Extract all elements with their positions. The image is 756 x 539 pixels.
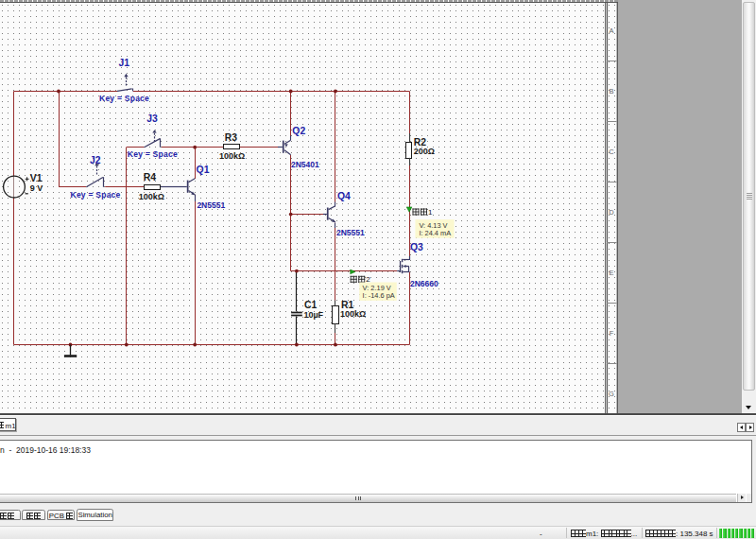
svg-text:100kΩ: 100kΩ: [340, 309, 366, 319]
svg-text:2N5551: 2N5551: [336, 228, 365, 237]
svg-text:200Ω: 200Ω: [414, 147, 435, 156]
svg-text:I: 24.4 mA: I: 24.4 mA: [419, 229, 451, 237]
svg-text:Q2: Q2: [292, 126, 305, 136]
svg-text:9 V: 9 V: [30, 183, 43, 193]
svg-text:2N5401: 2N5401: [291, 160, 319, 169]
svg-text:Key = Space: Key = Space: [71, 190, 121, 200]
svg-text:Key = Space: Key = Space: [128, 149, 178, 159]
svg-text:2N5551: 2N5551: [197, 200, 225, 210]
svg-text:2N6660: 2N6660: [410, 279, 438, 288]
svg-text:Key = Space: Key = Space: [99, 94, 149, 103]
svg-text:J1: J1: [118, 58, 129, 68]
svg-text:E: E: [609, 269, 613, 277]
svg-text:J2: J2: [90, 155, 101, 165]
svg-text:C: C: [609, 148, 614, 156]
svg-text:D: D: [609, 208, 614, 217]
svg-text:I: -14.6 pA: I: -14.6 pA: [363, 291, 395, 300]
svg-text:1: 1: [428, 208, 433, 217]
svg-text:G: G: [609, 390, 614, 398]
svg-text:C1: C1: [304, 300, 318, 310]
svg-text:100kΩ: 100kΩ: [139, 192, 164, 201]
svg-text:B: B: [609, 87, 613, 96]
svg-text:F: F: [610, 329, 614, 338]
svg-text:R3: R3: [225, 132, 238, 143]
svg-text:R4: R4: [144, 172, 157, 183]
svg-text:J3: J3: [146, 113, 158, 124]
svg-text:10µF: 10µF: [303, 310, 323, 320]
svg-text:100kΩ: 100kΩ: [219, 151, 245, 161]
svg-text:Q3: Q3: [410, 242, 423, 252]
svg-text:Q1: Q1: [197, 165, 210, 175]
svg-text:A: A: [609, 26, 613, 35]
svg-text:Q4: Q4: [337, 191, 351, 201]
